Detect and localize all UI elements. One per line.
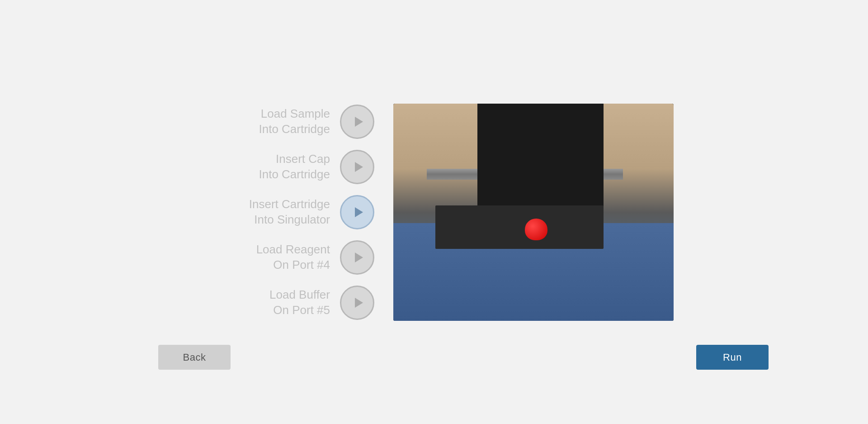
steps-panel: Load Sample Into Cartridge Insert Cap In… xyxy=(240,99,375,325)
play-button-3[interactable] xyxy=(340,195,374,229)
svg-marker-1 xyxy=(355,162,363,172)
main-container: Load Sample Into Cartridge Insert Cap In… xyxy=(0,0,868,424)
step-label-5: Load Buffer On Port #5 xyxy=(240,287,330,318)
play-icon-2 xyxy=(351,160,365,174)
svg-marker-4 xyxy=(355,298,363,308)
play-icon-4 xyxy=(351,251,365,264)
svg-marker-2 xyxy=(355,207,363,217)
step-row-3: Insert Cartridge Into Singulator xyxy=(240,190,375,235)
red-knob xyxy=(525,219,547,240)
back-button[interactable]: Back xyxy=(158,345,231,370)
step-label-3: Insert Cartridge Into Singulator xyxy=(240,197,330,228)
step-row-4: Load Reagent On Port #4 xyxy=(240,235,375,280)
footer-area: Back Run xyxy=(0,345,868,370)
play-icon-5 xyxy=(351,296,365,310)
play-button-1[interactable] xyxy=(340,105,374,139)
step-label-1: Load Sample Into Cartridge xyxy=(240,106,330,137)
content-area: Load Sample Into Cartridge Insert Cap In… xyxy=(240,99,674,325)
run-button[interactable]: Run xyxy=(696,345,769,370)
step-label-4: Load Reagent On Port #4 xyxy=(240,242,330,273)
play-button-container-3 xyxy=(339,194,375,230)
play-button-container-2 xyxy=(339,149,375,185)
play-button-container-1 xyxy=(339,104,375,140)
svg-marker-0 xyxy=(355,117,363,127)
step-label-2: Insert Cap Into Cartridge xyxy=(240,152,330,182)
play-icon-3 xyxy=(351,205,365,219)
video-content xyxy=(393,104,674,321)
video-panel xyxy=(393,104,674,321)
play-button-container-4 xyxy=(339,239,375,276)
step-row-5: Load Buffer On Port #5 xyxy=(240,280,375,325)
play-button-4[interactable] xyxy=(340,240,374,275)
play-button-2[interactable] xyxy=(340,150,374,184)
play-button-5[interactable] xyxy=(340,286,374,320)
play-icon-1 xyxy=(351,115,365,129)
play-button-container-5 xyxy=(339,285,375,321)
lab-scene xyxy=(393,104,674,321)
machine-platform xyxy=(435,205,604,249)
step-row-1: Load Sample Into Cartridge xyxy=(240,99,375,144)
svg-marker-3 xyxy=(355,252,363,262)
step-row-2: Insert Cap Into Cartridge xyxy=(240,144,375,190)
